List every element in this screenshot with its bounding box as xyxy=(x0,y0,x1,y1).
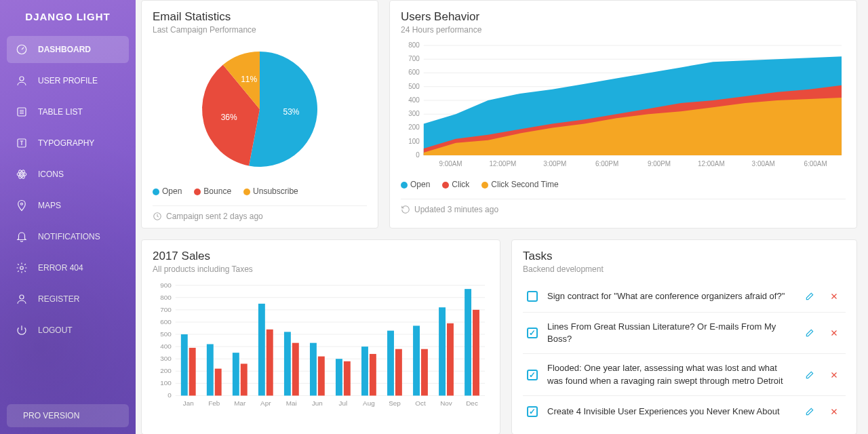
user-icon xyxy=(15,74,28,87)
svg-rect-61 xyxy=(181,334,188,395)
svg-text:Oct: Oct xyxy=(415,399,426,407)
sidebar-item-label: TYPOGRAPHY xyxy=(38,138,94,148)
svg-text:400: 400 xyxy=(408,96,420,104)
sidebar-item-label: ERROR 404 xyxy=(38,263,83,273)
task-row: Flooded: One year later, assessing what … xyxy=(523,354,846,395)
sidebar-item-label: NOTIFICATIONS xyxy=(38,232,100,241)
legend-item: Click xyxy=(442,180,469,189)
svg-rect-91 xyxy=(439,307,446,395)
task-checkbox[interactable] xyxy=(527,370,538,380)
task-edit-button[interactable] xyxy=(802,404,817,419)
sidebar-item-label: MAPS xyxy=(38,201,61,210)
task-row: Sign contract for "What are conference o… xyxy=(523,281,846,313)
svg-text:Jan: Jan xyxy=(183,399,194,407)
svg-text:12:00PM: 12:00PM xyxy=(490,160,517,167)
svg-text:0: 0 xyxy=(416,151,420,159)
sidebar-item-maps[interactable]: MAPS xyxy=(7,192,129,219)
svg-text:3:00AM: 3:00AM xyxy=(752,160,775,167)
sidebar-item-label: LOGOUT xyxy=(38,326,73,335)
pin-icon xyxy=(15,199,28,212)
svg-text:0: 0 xyxy=(167,391,172,399)
sidebar-item-label: DASHBOARD xyxy=(38,45,91,54)
sidebar-item-table-list[interactable]: TABLE LIST xyxy=(7,98,129,125)
svg-text:Dec: Dec xyxy=(466,399,478,407)
gear-icon xyxy=(15,261,28,275)
svg-text:800: 800 xyxy=(160,294,172,301)
svg-text:53%: 53% xyxy=(283,107,300,117)
task-row: Lines From Great Russian Literature? Or … xyxy=(523,313,846,354)
sidebar-item-error-404[interactable]: ERROR 404 xyxy=(7,254,129,281)
gauge-icon xyxy=(15,43,28,56)
card-title: 2017 Sales xyxy=(153,250,489,263)
svg-text:Apr: Apr xyxy=(260,399,271,407)
users-area-chart: 01002003004005006007008009:00AM12:00PM3:… xyxy=(401,41,846,170)
task-edit-button[interactable] xyxy=(802,289,817,304)
svg-text:300: 300 xyxy=(160,355,172,362)
card-title: Email Statistics xyxy=(153,10,367,24)
task-delete-button[interactable] xyxy=(827,289,842,304)
task-edit-button[interactable] xyxy=(802,326,817,340)
email-statistics-card: Email Statistics Last Campaign Performan… xyxy=(141,0,378,229)
sidebar-item-icons[interactable]: ICONS xyxy=(7,161,129,188)
task-checkbox[interactable] xyxy=(527,328,538,338)
svg-text:200: 200 xyxy=(160,367,172,374)
svg-rect-86 xyxy=(395,349,402,396)
svg-rect-82 xyxy=(361,347,368,395)
svg-text:Mar: Mar xyxy=(234,399,246,407)
task-delete-button[interactable] xyxy=(827,326,842,340)
email-pie-chart: 53%36%11% xyxy=(192,41,328,177)
svg-rect-77 xyxy=(318,357,325,396)
sidebar-item-register[interactable]: REGISTER xyxy=(7,285,129,313)
svg-rect-64 xyxy=(207,344,214,395)
card-subtitle: Backend development xyxy=(523,264,846,274)
svg-text:700: 700 xyxy=(408,55,420,62)
svg-rect-94 xyxy=(465,289,471,395)
svg-rect-85 xyxy=(387,331,394,396)
tasks-card: Tasks Backend development Sign contract … xyxy=(511,239,857,434)
svg-rect-89 xyxy=(421,349,428,396)
main-content: Email Statistics Last Campaign Performan… xyxy=(136,0,868,434)
svg-point-1 xyxy=(20,77,24,81)
bell-icon xyxy=(15,230,28,243)
task-text: Lines From Great Russian Literature? Or … xyxy=(547,321,793,345)
refresh-icon xyxy=(401,205,410,214)
card-title: Users Behavior xyxy=(401,10,846,24)
pro-version-button[interactable]: PRO VERSION xyxy=(7,404,129,427)
svg-rect-67 xyxy=(233,353,239,395)
svg-text:3:00PM: 3:00PM xyxy=(543,160,566,167)
svg-text:9:00AM: 9:00AM xyxy=(439,160,462,167)
svg-text:800: 800 xyxy=(408,41,420,49)
card-footer: Campaign sent 2 days ago xyxy=(153,205,367,221)
svg-text:100: 100 xyxy=(408,138,420,145)
sidebar-item-typography[interactable]: TYPOGRAPHY xyxy=(7,130,129,157)
svg-rect-95 xyxy=(473,310,479,396)
user-icon xyxy=(15,292,28,306)
svg-text:400: 400 xyxy=(160,342,172,350)
svg-rect-70 xyxy=(258,304,265,396)
card-subtitle: 24 Hours performance xyxy=(401,25,846,35)
list-icon xyxy=(15,105,28,119)
svg-point-9 xyxy=(20,267,24,270)
svg-rect-62 xyxy=(189,348,196,395)
svg-rect-68 xyxy=(241,363,248,395)
task-edit-button[interactable] xyxy=(802,368,817,382)
svg-text:Sep: Sep xyxy=(389,399,401,407)
task-delete-button[interactable] xyxy=(827,368,842,382)
sidebar-item-notifications[interactable]: NOTIFICATIONS xyxy=(7,223,129,250)
task-checkbox[interactable] xyxy=(527,406,538,417)
sidebar-item-dashboard[interactable]: DASHBOARD xyxy=(7,36,129,63)
svg-text:Nov: Nov xyxy=(440,399,452,407)
task-text: Flooded: One year later, assessing what … xyxy=(547,362,793,387)
card-title: Tasks xyxy=(523,250,846,263)
sidebar-item-label: REGISTER xyxy=(38,294,79,304)
atom-icon xyxy=(15,167,28,181)
sidebar-item-user-profile[interactable]: USER PROFILE xyxy=(7,67,129,94)
power-icon xyxy=(15,323,28,337)
task-checkbox[interactable] xyxy=(527,291,538,302)
svg-rect-88 xyxy=(413,326,420,395)
sidebar-item-logout[interactable]: LOGOUT xyxy=(7,317,129,344)
task-delete-button[interactable] xyxy=(827,404,842,419)
svg-text:6:00PM: 6:00PM xyxy=(595,160,618,167)
svg-text:100: 100 xyxy=(160,379,172,387)
legend-item: Open xyxy=(153,186,182,196)
